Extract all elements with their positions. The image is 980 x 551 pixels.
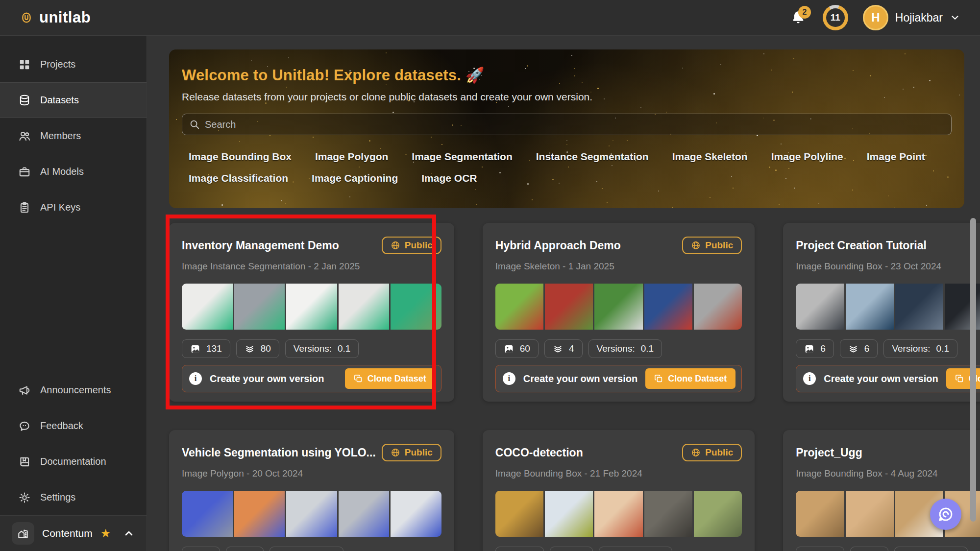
- layers-icon: [848, 344, 858, 354]
- dataset-thumbnail[interactable]: [234, 491, 285, 537]
- thumbnail-strip[interactable]: [796, 284, 980, 330]
- sidebar-item-label: Feedback: [40, 420, 83, 431]
- dataset-thumbnail[interactable]: [234, 284, 285, 330]
- callout-text: Create your own version: [523, 373, 637, 384]
- thumbnail-strip[interactable]: [182, 284, 441, 330]
- dataset-subtitle: Image Bounding Box - 23 Oct 2024: [796, 261, 980, 272]
- chat-support-button[interactable]: [930, 499, 961, 530]
- dataset-thumbnail[interactable]: [694, 491, 742, 537]
- sidebar-item-datasets[interactable]: Datasets: [0, 82, 147, 118]
- thumbnail-strip[interactable]: [495, 491, 742, 537]
- sidebar-item-label: Announcements: [40, 384, 111, 396]
- filter-chip-image-captioning[interactable]: Image Captioning: [312, 172, 398, 184]
- hero-subtitle: Release datasets from your projects or c…: [182, 91, 952, 103]
- dataset-card[interactable]: Inventory Management Demo Public Image I…: [169, 223, 454, 402]
- dataset-thumbnail[interactable]: [895, 284, 943, 330]
- info-icon: i: [803, 372, 816, 385]
- top-bar: unitlab 2 11 H Hojiakbar: [0, 0, 980, 36]
- clone-dataset-button[interactable]: Clone Dataset: [345, 368, 435, 389]
- scrollbar-thumb[interactable]: [970, 218, 976, 522]
- dataset-thumbnail[interactable]: [796, 491, 844, 537]
- dataset-thumbnail[interactable]: [339, 284, 390, 330]
- clipboard-icon: [18, 201, 31, 215]
- chevron-up-icon: [123, 527, 135, 539]
- briefcase-icon: [18, 165, 31, 179]
- versions-badge: Versions:0.1: [588, 339, 662, 358]
- dataset-thumbnail[interactable]: [391, 491, 441, 537]
- filter-chip-image-polyline[interactable]: Image Polyline: [771, 151, 843, 163]
- sidebar-item-members[interactable]: Members: [0, 118, 147, 154]
- versions-badge: Versions:0.1: [883, 339, 957, 358]
- dataset-card[interactable]: Hybrid Approach Demo Public Image Skelet…: [483, 223, 755, 402]
- dataset-card[interactable]: Project Creation Tutorial Public Image B…: [783, 223, 980, 402]
- globe-icon: [391, 240, 400, 250]
- search-box[interactable]: [182, 114, 952, 135]
- hero-title: Welcome to Unitlab! Explore datasets. 🚀: [182, 66, 952, 84]
- dataset-thumbnail[interactable]: [286, 491, 337, 537]
- sidebar-item-settings[interactable]: Settings: [0, 479, 147, 515]
- clone-dataset-button[interactable]: Clone Dataset: [645, 368, 735, 389]
- dataset-thumbnail[interactable]: [594, 491, 642, 537]
- filter-chip-image-point[interactable]: Image Point: [867, 151, 925, 163]
- user-menu[interactable]: H Hojiakbar: [863, 5, 960, 30]
- dataset-thumbnail[interactable]: [182, 284, 233, 330]
- filter-chip-image-bounding-box[interactable]: Image Bounding Box: [189, 151, 292, 163]
- dataset-thumbnail[interactable]: [846, 491, 894, 537]
- workspace-name: Contentum: [42, 527, 93, 539]
- dataset-subtitle: Image Bounding Box - 21 Feb 2024: [495, 468, 742, 479]
- dataset-thumbnail[interactable]: [182, 491, 233, 537]
- unitlab-logo-icon: [20, 11, 33, 24]
- dataset-thumbnail[interactable]: [495, 491, 543, 537]
- image-count-badge: 131: [182, 339, 230, 358]
- dataset-title: Inventory Management Demo: [182, 239, 376, 252]
- thumbnail-strip[interactable]: [495, 284, 742, 330]
- dataset-thumbnail[interactable]: [545, 284, 593, 330]
- layers-icon: [245, 344, 255, 354]
- dataset-thumbnail[interactable]: [339, 491, 390, 537]
- dataset-thumbnail[interactable]: [644, 491, 692, 537]
- dataset-thumbnail[interactable]: [391, 284, 441, 330]
- sidebar: Projects Datasets Members AI Models API …: [0, 36, 147, 551]
- dataset-thumbnail[interactable]: [846, 284, 894, 330]
- sidebar-item-ai-models[interactable]: AI Models: [0, 154, 147, 190]
- filter-chip-instance-segmentation[interactable]: Instance Segmentation: [536, 151, 649, 163]
- sidebar-item-feedback[interactable]: Feedback: [0, 408, 147, 444]
- star-icon: ★: [100, 527, 111, 539]
- filter-chip-image-skeleton[interactable]: Image Skeleton: [672, 151, 748, 163]
- dataset-card[interactable]: Vehicle Segmentation using YOLO... Publi…: [169, 430, 454, 551]
- dataset-thumbnail[interactable]: [694, 284, 742, 330]
- sidebar-item-label: Settings: [40, 492, 75, 503]
- credits-ring[interactable]: 11: [823, 5, 848, 30]
- sidebar-item-label: AI Models: [40, 166, 84, 177]
- filter-chip-image-classification[interactable]: Image Classification: [189, 172, 288, 184]
- workspace-switcher[interactable]: Contentum ★: [0, 515, 147, 551]
- brand-logo[interactable]: unitlab: [20, 9, 91, 26]
- filter-chip-image-polygon[interactable]: Image Polygon: [315, 151, 388, 163]
- dataset-thumbnail[interactable]: [286, 284, 337, 330]
- class-count-badge: 7: [226, 547, 264, 551]
- dataset-card[interactable]: COCO-detection Public Image Bounding Box…: [483, 430, 755, 551]
- credits-count: 11: [826, 8, 845, 27]
- sidebar-item-announcements[interactable]: Announcements: [0, 372, 147, 408]
- filter-chip-image-segmentation[interactable]: Image Segmentation: [412, 151, 512, 163]
- dataset-thumbnail[interactable]: [594, 284, 642, 330]
- filter-chip-image-ocr[interactable]: Image OCR: [421, 172, 477, 184]
- public-badge: Public: [382, 237, 441, 254]
- search-input[interactable]: [205, 119, 944, 130]
- sidebar-item-documentation[interactable]: Documentation: [0, 444, 147, 479]
- dataset-thumbnail[interactable]: [644, 284, 692, 330]
- dataset-thumbnail[interactable]: [796, 284, 844, 330]
- chat-bubble-icon: [937, 506, 954, 523]
- hero-banner: Welcome to Unitlab! Explore datasets. 🚀 …: [169, 49, 964, 208]
- dataset-card[interactable]: Project_Ugg Public Image Bounding Box - …: [783, 430, 980, 551]
- sidebar-item-projects[interactable]: Projects: [0, 47, 147, 82]
- image-count-badge: 6: [796, 339, 834, 358]
- dataset-thumbnail[interactable]: [545, 491, 593, 537]
- public-badge: Public: [682, 444, 742, 461]
- thumbnail-strip[interactable]: [182, 491, 441, 537]
- dataset-thumbnail[interactable]: [495, 284, 543, 330]
- image-count-badge: 988: [495, 547, 544, 551]
- dataset-title: Project_Ugg: [796, 446, 977, 459]
- notifications-button[interactable]: 2: [788, 8, 808, 27]
- sidebar-item-api-keys[interactable]: API Keys: [0, 190, 147, 225]
